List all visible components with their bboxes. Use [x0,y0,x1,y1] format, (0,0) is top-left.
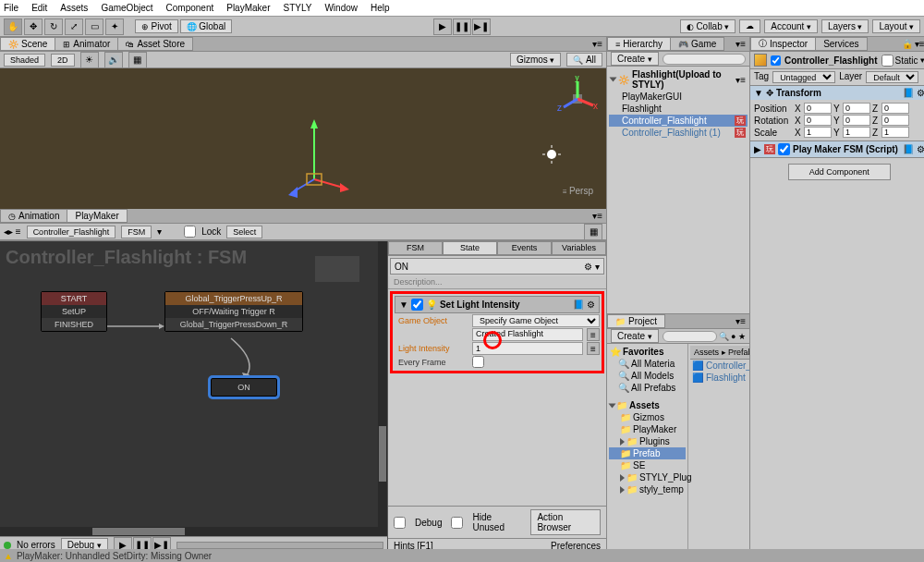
rot-z[interactable] [881,115,909,126]
lock-checkbox[interactable] [184,226,196,238]
menu-playmaker[interactable]: PlayMaker [226,3,270,13]
hierarchy-create-dropdown[interactable]: Create ▾ [611,52,659,66]
tab-playmaker[interactable]: PlayMaker [67,209,127,223]
pos-y[interactable] [843,103,870,114]
tab-menu-icon[interactable]: ▾≡ [592,39,602,49]
favorites-header[interactable]: ⭐ Favorites [609,346,686,358]
menu-edit[interactable]: Edit [31,3,47,13]
menu-gameobject[interactable]: GameObject [101,3,152,13]
folder-item[interactable]: 📁 Plugins [609,435,686,447]
scl-y[interactable] [843,127,870,138]
scl-x[interactable] [804,127,832,138]
account-dropdown[interactable]: Account ▾ [764,19,818,33]
subtab-events[interactable]: Events [497,241,552,255]
hierarchy-item-selected[interactable]: Controller_Flashlight玩 [609,115,748,127]
state-off[interactable]: Global_TriggerPressUp_R OFF/Waiting Trig… [164,291,303,332]
minimap[interactable] [315,256,359,282]
state-name-field[interactable]: ON ⚙ ▾ [390,258,604,275]
hierarchy-item[interactable]: Flashlight [609,103,748,115]
fx-toggle[interactable]: ▦ [128,52,147,68]
hierarchy-search[interactable] [663,54,746,65]
select-button[interactable]: Select [226,226,262,238]
add-component-button[interactable]: Add Component [788,164,891,180]
project-search[interactable] [663,331,717,342]
mode2d-toggle[interactable]: 2D [51,54,75,67]
component-enable-checkbox[interactable] [778,143,790,155]
project-create-dropdown[interactable]: Create ▾ [611,329,659,343]
scene-row[interactable]: 🔆Flashlight(Upload to STYLY)▾≡ [609,68,748,91]
hierarchy-item[interactable]: Controller_Flashlight (1)玩 [609,127,748,139]
menu-file[interactable]: File [4,3,18,13]
gizmos-dropdown[interactable]: Gizmos ▾ [510,53,561,67]
fav-item[interactable]: 🔍 All Models [609,370,686,382]
transform-tool[interactable]: ✦ [105,18,124,35]
gear-icon[interactable]: ⚙ [917,88,924,98]
menu-window[interactable]: Window [324,3,358,13]
audio-toggle[interactable]: 🔊 [104,52,123,68]
state-start[interactable]: START SetUP FINISHED [41,291,107,332]
foldout-icon[interactable] [610,78,617,82]
hand-tool[interactable]: ✋ [4,18,22,35]
tab-animation[interactable]: ◷ Animation [0,209,67,223]
layer-dropdown[interactable]: Default [866,71,918,83]
canvas-vscroll[interactable] [378,241,387,536]
every-frame-checkbox[interactable] [472,356,484,368]
tab-menu-icon[interactable]: ▾≡ [915,39,924,49]
rotate-tool[interactable]: ↻ [44,18,63,35]
canvas-hscroll[interactable] [0,527,378,536]
action-set-light-intensity[interactable]: ▼ 💡 Set Light Intensity 📘 ⚙ [395,296,600,313]
debug-checkbox[interactable] [394,517,406,529]
tab-project[interactable]: 📁 Project [607,314,665,328]
play-button[interactable]: ▶ [433,18,452,35]
menu-styly[interactable]: STYLY [283,3,311,13]
state-off-transition[interactable]: Global_TriggerPressDown_R [165,318,302,331]
fav-item[interactable]: 🔍 All Prefabs [609,382,686,394]
menu-help[interactable]: Help [371,3,390,13]
help-icon[interactable]: 📘 [903,144,914,154]
pm-mini-button[interactable]: ▦ [584,224,602,240]
shading-dropdown[interactable]: Shaded [4,54,45,67]
tab-hierarchy[interactable]: ≡ Hierarchy [607,37,671,51]
action-gear-icon[interactable]: ⚙ [587,299,595,310]
scene-view[interactable]: y x z ≡ Persp [0,68,606,209]
hierarchy-item[interactable]: PlayMakerGUI [609,91,748,103]
action-enable-checkbox[interactable] [411,299,423,311]
menu-assets[interactable]: Assets [60,3,88,13]
target-icon[interactable]: ≡ [587,328,600,341]
folder-item-selected[interactable]: 📁 Prefab [609,447,686,459]
state-on[interactable]: ON [211,378,277,397]
tab-game[interactable]: 🎮 Game [670,37,724,51]
pos-z[interactable] [881,103,909,114]
collab-dropdown[interactable]: ◐ Collab ▾ [680,19,736,33]
pm-object-dropdown[interactable]: Controller_Flashlight [27,226,116,238]
subtab-fsm[interactable]: FSM [388,241,443,255]
pm-timeline-scrub[interactable] [176,542,383,549]
action-browser-button[interactable]: Action Browser [530,509,601,535]
foldout-icon[interactable]: ▶ [754,144,761,154]
folder-item[interactable]: 📁 Gizmos [609,411,686,423]
cloud-button[interactable]: ☁ [739,19,760,33]
rect-tool[interactable]: ▭ [85,18,103,35]
assets-header[interactable]: 📁 Assets [609,399,686,411]
step-button[interactable]: ▶❚ [472,18,491,35]
state-start-transition[interactable]: FINISHED [42,318,106,331]
gameobject-active-checkbox[interactable] [771,55,781,66]
layers-dropdown[interactable]: Layers ▾ [821,19,869,33]
tab-menu-icon[interactable]: ▾≡ [736,316,746,326]
status-message[interactable]: PlayMaker: Unhandled SetDirty: Missing O… [17,551,212,561]
gameobject-icon[interactable] [754,54,767,67]
pm-fsm-dropdown[interactable]: FSM [121,226,152,238]
folder-item[interactable]: 📁 SE [609,459,686,471]
search-all-dropdown[interactable]: 🔍 All [566,53,602,67]
scl-z[interactable] [881,127,909,138]
subtab-state[interactable]: State [443,241,497,255]
gear-icon[interactable]: ⚙ [917,144,924,154]
move-tool[interactable]: ✥ [24,18,43,35]
variable-toggle-icon[interactable]: ≡ [587,342,600,355]
tab-animator[interactable]: ⊞ Animator [55,37,118,51]
lighting-toggle[interactable]: ☀ [80,52,99,68]
state-description[interactable]: Description... [388,276,606,289]
fav-item[interactable]: 🔍 All Materia [609,358,686,370]
rot-x[interactable] [804,115,832,126]
tab-services[interactable]: Services [815,37,867,51]
